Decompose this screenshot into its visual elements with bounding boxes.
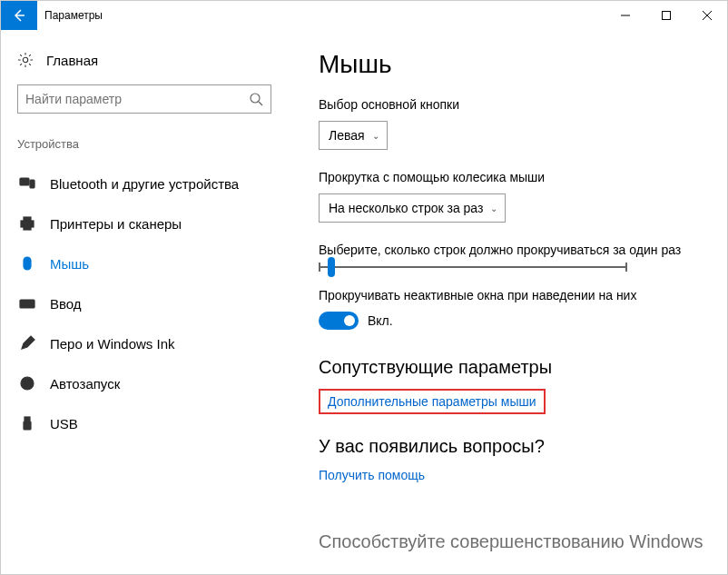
svg-rect-0 (662, 12, 670, 20)
highlighted-box: Дополнительные параметры мыши (319, 389, 546, 414)
sidebar-item-label: Ввод (50, 296, 82, 312)
svg-rect-4 (30, 180, 34, 188)
svg-rect-3 (20, 178, 29, 185)
window-title: Параметры (37, 1, 605, 30)
sidebar-item-typing[interactable]: Ввод (17, 283, 268, 323)
toggle-state-label: Вкл. (368, 313, 393, 328)
mouse-icon (19, 255, 35, 272)
sidebar-item-label: Bluetooth и другие устройства (50, 176, 239, 192)
sidebar-item-label: Принтеры и сканеры (50, 216, 182, 232)
sidebar-item-mouse[interactable]: Мышь (17, 243, 268, 283)
close-button[interactable] (686, 1, 727, 30)
inactive-scroll-toggle[interactable] (319, 312, 359, 330)
sidebar-item-label: Автозапуск (50, 376, 120, 392)
slider-thumb[interactable] (328, 257, 335, 277)
printer-icon (19, 215, 35, 232)
svg-rect-7 (24, 225, 31, 230)
sidebar-item-autoplay[interactable]: Автозапуск (17, 363, 268, 403)
svg-rect-10 (20, 300, 34, 308)
maximize-icon (662, 11, 671, 20)
maximize-button[interactable] (645, 1, 686, 30)
sidebar-item-label: Мышь (50, 256, 89, 272)
svg-point-2 (251, 94, 260, 103)
usb-icon (19, 415, 35, 431)
keyboard-icon (19, 295, 35, 312)
get-help-link[interactable]: Получить помощь (319, 468, 425, 482)
related-heading: Сопутствующие параметры (319, 357, 709, 378)
sidebar-item-label: Перо и Windows Ink (50, 336, 175, 352)
minimize-icon (621, 11, 630, 20)
svg-rect-13 (24, 421, 31, 430)
help-heading: У вас появились вопросы? (319, 436, 709, 457)
sidebar-item-pen[interactable]: Перо и Windows Ink (17, 323, 268, 363)
sidebar-item-bluetooth[interactable]: Bluetooth и другие устройства (17, 164, 268, 203)
svg-point-1 (23, 57, 27, 62)
primary-button-label: Выбор основной кнопки (319, 97, 709, 112)
search-input[interactable] (25, 92, 249, 106)
sidebar-item-printers[interactable]: Принтеры и сканеры (17, 203, 268, 243)
additional-mouse-link[interactable]: Дополнительные параметры мыши (328, 394, 536, 409)
primary-button-value: Левая (329, 128, 365, 143)
arrow-left-icon (12, 8, 26, 23)
minimize-button[interactable] (605, 1, 645, 30)
sidebar-item-usb[interactable]: USB (17, 403, 268, 443)
lines-label: Выберите, сколько строк должно прокручив… (319, 243, 709, 257)
svg-rect-6 (24, 217, 31, 221)
svg-rect-12 (25, 417, 30, 421)
gear-icon (17, 52, 34, 68)
primary-button-select[interactable]: Левая ⌄ (319, 121, 388, 150)
autoplay-icon (19, 375, 35, 392)
inactive-scroll-label: Прокручивать неактивные окна при наведен… (319, 288, 709, 302)
devices-icon (19, 175, 35, 192)
close-icon (703, 11, 712, 20)
chevron-down-icon: ⌄ (372, 131, 379, 141)
page-heading: Мышь (319, 50, 709, 79)
home-link[interactable]: Главная (17, 52, 268, 68)
search-icon (249, 92, 263, 106)
pen-icon (19, 335, 35, 352)
lines-slider[interactable] (319, 266, 627, 268)
toggle-knob (344, 315, 355, 326)
back-button[interactable] (1, 1, 37, 30)
scroll-mode-select[interactable]: На несколько строк за раз ⌄ (319, 193, 506, 223)
improve-heading: Способствуйте совершенствованию Windows (319, 531, 709, 552)
scroll-mode-label: Прокрутка с помощью колесика мыши (319, 170, 709, 184)
home-label: Главная (46, 53, 98, 68)
search-box[interactable] (17, 84, 271, 114)
chevron-down-icon: ⌄ (490, 203, 497, 213)
scroll-mode-value: На несколько строк за раз (329, 201, 483, 215)
sidebar-item-label: USB (50, 416, 78, 431)
category-label: Устройства (17, 137, 268, 151)
